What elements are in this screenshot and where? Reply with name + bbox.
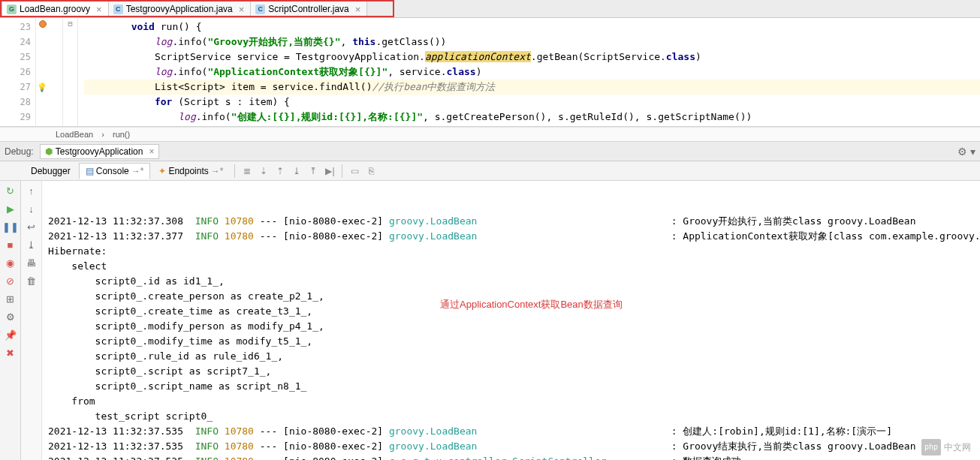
force-step-icon[interactable]: ⤓ — [289, 164, 304, 179]
endpoints-icon: ✦ — [158, 166, 166, 176]
step-into-icon[interactable]: ⇣ — [256, 164, 271, 179]
console-line: 2021-12-13 11:32:37.535 INFO 10780 --- [… — [48, 454, 980, 460]
step-out-icon[interactable]: ⇡ — [273, 164, 288, 179]
scroll-end-icon[interactable]: ⤓ — [25, 238, 38, 251]
code-line[interactable]: log.info("ApplicationContext获取对象[{}]", s… — [84, 65, 980, 80]
console-line: Hibernate: — [48, 244, 980, 259]
debug-bottom-panel: ↻ ▶ ❚❚ ■ ◉ ⊘ ⊞ ⚙ 📌 ✖ ↑ ↓ ↩ ⤓ 🖶 🗑 2021-12… — [0, 181, 980, 460]
breadcrumb[interactable]: LoadBean › run() — [0, 127, 980, 142]
pin-icon: →* — [211, 166, 224, 176]
run-to-cursor-icon[interactable]: ▶| — [322, 164, 337, 179]
red-annotation-text: 通过ApplicationContext获取Bean数据查询 — [440, 297, 623, 312]
breadcrumb-class[interactable]: LoadBean — [53, 130, 96, 139]
fold-handle[interactable] — [63, 35, 77, 50]
console-line: 2021-12-13 11:32:37.535 INFO 10780 --- [… — [48, 439, 980, 454]
close-icon[interactable]: × — [355, 4, 361, 15]
line-number[interactable]: 27 — [0, 80, 31, 95]
view-breakpoints-icon[interactable]: ◉ — [4, 256, 17, 269]
breadcrumb-sep: › — [98, 130, 107, 139]
separator — [234, 164, 235, 178]
fold-handle[interactable] — [63, 80, 77, 95]
line-number[interactable]: 24 — [0, 35, 31, 50]
line-number[interactable]: 25 — [0, 50, 31, 65]
code-line[interactable]: log.info("创建人:[{}],规则id:[{}],名称:[{}]", s… — [84, 110, 980, 125]
run-config-tab[interactable]: ⬢ TestgroovyApplication × — [40, 144, 160, 159]
debug-toolbar: Debug: ⬢ TestgroovyApplication × ⚙ ▾ — [0, 142, 980, 161]
console-line: script0_.modify_person as modify_p4_1_, — [48, 319, 980, 334]
php-badge-icon: php — [921, 439, 941, 455]
separator — [342, 164, 342, 178]
code-area[interactable]: void run() { log.info("Groovy开始执行,当前类{}"… — [78, 18, 980, 126]
console-line: script0_.script as script7_1_, — [48, 364, 980, 379]
tab-debugger[interactable]: Debugger — [24, 163, 77, 179]
resume-icon[interactable]: ▶ — [4, 202, 17, 215]
clear-icon[interactable]: 🗑 — [25, 274, 38, 287]
gutter-icon-column — [36, 18, 63, 126]
fold-handle[interactable]: ⊟ — [63, 20, 77, 35]
close-icon[interactable]: × — [239, 4, 245, 15]
file-tab-label: LoadBean.groovy — [20, 4, 90, 14]
console-line: select — [48, 259, 980, 274]
console-line: script0_.id as id1_1_, — [48, 274, 980, 289]
code-line[interactable]: List<Script> item = service.findAll()//执… — [84, 80, 980, 95]
line-number[interactable]: 23 — [0, 20, 31, 35]
stop-icon[interactable]: ■ — [4, 238, 17, 251]
console-line: 2021-12-13 11:32:37.377 INFO 10780 --- [… — [48, 229, 980, 244]
fold-handle[interactable] — [63, 50, 77, 65]
rerun-icon[interactable]: ↻ — [4, 184, 17, 197]
settings-gear-icon[interactable]: ⚙ ▾ — [957, 146, 975, 158]
fold-handle[interactable] — [63, 110, 77, 125]
close-panel-icon[interactable]: ✖ — [4, 346, 17, 359]
pin-icon: →* — [131, 166, 144, 176]
line-number[interactable]: 26 — [0, 65, 31, 80]
breadcrumb-method[interactable]: run() — [110, 130, 133, 139]
pin-tab-icon[interactable]: 📌 — [4, 328, 17, 341]
tab-endpoints[interactable]: ✦ Endpoints →* — [152, 163, 230, 179]
close-icon[interactable]: × — [96, 4, 102, 15]
console-output[interactable]: 2021-12-13 11:32:37.308 INFO 10780 --- [… — [42, 181, 980, 460]
file-tabs-bar: GLoadBean.groovy×CTestgroovyApplication.… — [0, 0, 980, 18]
file-tab[interactable]: GLoadBean.groovy× — [2, 0, 109, 17]
code-line[interactable]: log.info("Groovy开始执行,当前类{}", this.getCla… — [84, 35, 980, 50]
groovy-file-icon: G — [7, 5, 17, 14]
fold-handle[interactable] — [63, 95, 77, 110]
code-line[interactable]: for (Script s : item) { — [84, 95, 980, 110]
console-line: from — [48, 394, 980, 409]
java-file-icon: C — [255, 5, 265, 14]
drop-frame-icon[interactable]: ⤒ — [306, 164, 321, 179]
soft-wrap-icon[interactable]: ↩ — [25, 220, 38, 233]
line-number[interactable]: 28 — [0, 95, 31, 110]
trace-icon[interactable]: ⎘ — [363, 164, 378, 179]
pause-icon[interactable]: ❚❚ — [4, 220, 17, 233]
run-config-name: TestgroovyApplication — [56, 146, 143, 157]
watermark: php 中文网 — [921, 439, 971, 455]
tab-console[interactable]: ▤ Console →* — [79, 163, 151, 179]
code-line[interactable]: void run() { — [84, 20, 980, 35]
console-line: test_script script0_ — [48, 409, 980, 424]
file-tab[interactable]: CTestgroovyApplication.java× — [108, 0, 252, 17]
fold-column: ⊟ — [63, 18, 78, 126]
console-left-rail: ↑ ↓ ↩ ⤓ 🖶 🗑 — [21, 181, 42, 460]
breakpoint-marker-icon[interactable] — [39, 20, 47, 28]
spring-boot-icon: ⬢ — [45, 146, 53, 157]
line-number-gutter: 23242526272829 — [0, 18, 36, 126]
file-tab-label: ScriptController.java — [268, 4, 348, 14]
java-file-icon: C — [113, 5, 123, 14]
up-stack-icon[interactable]: ↑ — [25, 184, 38, 197]
line-number[interactable]: 29 — [0, 110, 31, 125]
console-line: script0_.script_name as script_n8_1_ — [48, 379, 980, 394]
file-tab[interactable]: CScriptController.java× — [250, 0, 367, 17]
code-editor: 23242526272829 ⊟ void run() { log.info("… — [0, 18, 980, 127]
down-stack-icon[interactable]: ↓ — [25, 202, 38, 215]
print-icon[interactable]: 🖶 — [25, 256, 38, 269]
settings-icon[interactable]: ⚙ — [4, 310, 17, 323]
evaluate-icon[interactable]: ▭ — [347, 164, 362, 179]
code-line[interactable]: ScriptService service = TestgroovyApplic… — [84, 50, 980, 65]
close-icon[interactable]: × — [149, 146, 154, 157]
debug-label: Debug: — [5, 146, 34, 157]
fold-handle[interactable] — [63, 65, 77, 80]
debug-left-rail: ↻ ▶ ❚❚ ■ ◉ ⊘ ⊞ ⚙ 📌 ✖ — [0, 181, 21, 460]
layout-icon[interactable]: ⊞ — [4, 292, 17, 305]
mute-breakpoints-icon[interactable]: ⊘ — [4, 274, 17, 287]
step-over-icon[interactable]: ≣ — [240, 164, 255, 179]
